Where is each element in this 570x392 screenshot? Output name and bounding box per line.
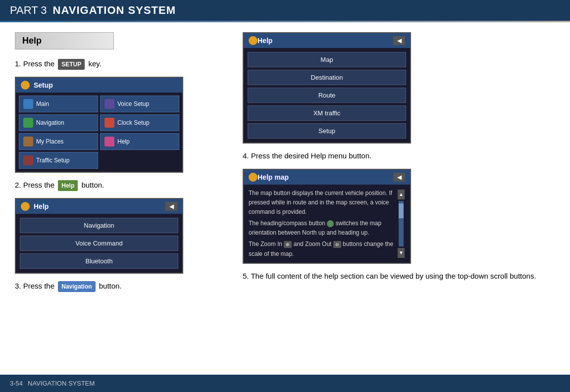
scroll-down-btn[interactable]: ▼: [398, 248, 405, 258]
zoom-in-icon: ⊕: [284, 241, 292, 248]
help-list-items: Navigation Voice Command Bluetooth: [16, 214, 182, 273]
help-voice-item[interactable]: Voice Command: [20, 236, 178, 251]
step4-text: 4. Press the desired Help menu button.: [243, 150, 555, 162]
back-arrow-icon: ◀: [165, 202, 177, 211]
step5-text: 5. The full content of the help section …: [243, 271, 555, 282]
help-menu-header: Help ◀: [244, 33, 410, 48]
setup-screen-title: Setup: [34, 81, 53, 89]
places-icon: [23, 137, 33, 147]
help-xm-item[interactable]: XM traffic: [248, 105, 406, 121]
step2-before: 2. Press the: [15, 181, 54, 189]
setup-btn-places[interactable]: My Places: [19, 133, 98, 150]
setup-btn-nav[interactable]: Navigation: [19, 114, 98, 131]
help-map-content: The map button displays the current vehi…: [244, 185, 410, 263]
help-map-para3: The Zoom In ⊕ and Zoom Out ⊖ buttons cha…: [249, 240, 395, 258]
nav-icon: [23, 118, 33, 128]
help-list-title: Help: [34, 202, 49, 210]
help-heading: Help: [15, 32, 114, 49]
step2-after: button.: [81, 181, 104, 189]
step3-after: button.: [99, 282, 122, 290]
nav-badge: Navigation: [58, 281, 95, 292]
help-map-para2: The heading/compass button switches the …: [249, 219, 395, 238]
setup-btn-main[interactable]: Main: [19, 96, 98, 112]
help-route-item[interactable]: Route: [248, 88, 406, 103]
voice-icon: [104, 99, 114, 109]
part-label: PART 3: [10, 4, 47, 17]
help-map-item[interactable]: Map: [248, 52, 406, 67]
setup-screen-header: Setup: [16, 78, 182, 93]
step2-text: 2. Press the Help button.: [15, 180, 228, 191]
right-column: Help ◀ Map Destination Route XM traffic …: [243, 32, 555, 363]
help-menu-icon: [249, 36, 258, 45]
scroll-thumb: [399, 203, 404, 218]
scroll-track: [399, 201, 404, 246]
help-bluetooth-item[interactable]: Bluetooth: [20, 253, 178, 269]
help-map-screen-title: Help map: [258, 173, 289, 181]
step1-text: 1. Press the SETUP key.: [15, 58, 228, 70]
main-icon: [23, 99, 33, 109]
zoom-out-icon: ⊖: [333, 241, 341, 248]
step3-before: 3. Press the: [15, 282, 54, 290]
help-map-screen: Help map ◀ The map button displays the c…: [243, 169, 411, 264]
help-map-back-arrow: ◀: [393, 173, 405, 182]
setup-btn-traffic[interactable]: Traffic Setup: [19, 152, 98, 169]
clock-icon: [104, 118, 114, 128]
help-menu-screen: Help ◀ Map Destination Route XM traffic …: [243, 32, 411, 144]
setup-btn-clock[interactable]: Clock Setup: [100, 114, 179, 131]
setup-icon: [21, 81, 30, 90]
compass-icon: [327, 220, 334, 227]
help-list-screen: Help ◀ Navigation Voice Command Bluetoot…: [15, 198, 183, 274]
help-list-header: Help ◀: [16, 199, 182, 214]
help-map-header: Help map ◀: [244, 170, 410, 185]
setup-btn-help[interactable]: Help: [100, 133, 179, 150]
help-badge: Help: [58, 180, 78, 191]
help-back-arrow: ◀: [393, 36, 405, 45]
page-footer: 3-54 NAVIGATION SYSTEM: [0, 375, 570, 392]
scroll-bar: ▲ ▼: [397, 189, 405, 259]
help-menu-items: Map Destination Route XM traffic Setup: [244, 48, 410, 143]
footer-page-number: 3-54: [10, 380, 23, 387]
setup-btn-voice[interactable]: Voice Setup: [100, 96, 179, 112]
help-nav-item[interactable]: Navigation: [20, 218, 178, 233]
help-menu-title: Help: [258, 37, 272, 45]
page-title: NAVIGATION SYSTEM: [53, 4, 176, 17]
footer-title: NAVIGATION SYSTEM: [28, 380, 95, 387]
help-list-icon: [21, 202, 30, 211]
step1-before: 1. Press the: [15, 59, 54, 68]
help-map-header-icon: [249, 173, 258, 182]
help-map-para1: The map button displays the current vehi…: [249, 189, 395, 217]
step3-text: 3. Press the Navigation button.: [15, 281, 228, 292]
step1-after: key.: [88, 59, 101, 68]
setup-screen: Setup Main Voice Setup Navigation Clock: [15, 77, 183, 173]
help-destination-item[interactable]: Destination: [248, 70, 406, 85]
main-content: Help 1. Press the SETUP key. Setup Main …: [0, 22, 570, 373]
traffic-label: Traffic Setup: [36, 157, 69, 164]
help-icon: [104, 137, 114, 147]
setup-badge: SETUP: [58, 59, 85, 70]
help-setup-item[interactable]: Setup: [248, 123, 406, 139]
traffic-icon: [23, 155, 33, 165]
scroll-up-btn[interactable]: ▲: [398, 190, 405, 199]
left-column: Help 1. Press the SETUP key. Setup Main …: [15, 32, 228, 363]
page-header: PART 3 NAVIGATION SYSTEM: [0, 0, 570, 21]
help-map-text: The map button displays the current vehi…: [249, 189, 395, 259]
setup-grid: Main Voice Setup Navigation Clock Setup …: [16, 93, 182, 172]
